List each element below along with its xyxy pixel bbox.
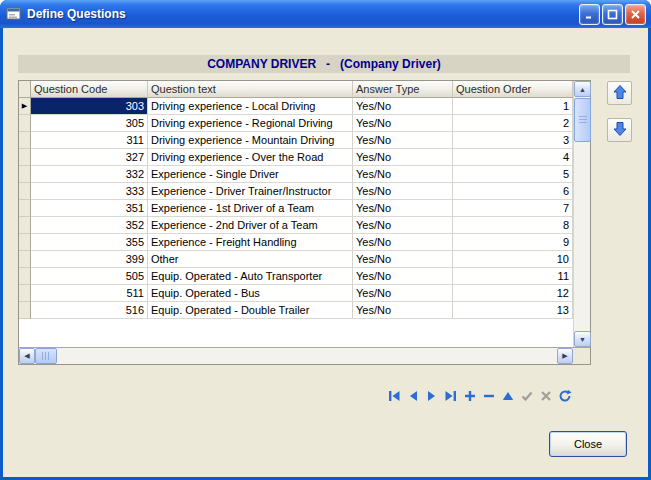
cell-question-text[interactable]: Experience - Driver Trainer/Instructor: [148, 183, 353, 200]
horizontal-scrollbar[interactable]: ◀ ▶: [19, 348, 573, 364]
cell-answer-type[interactable]: Yes/No: [353, 302, 453, 319]
cell-question-code[interactable]: 311: [31, 132, 148, 149]
col-question-code[interactable]: Question Code: [31, 81, 148, 98]
cell-question-code[interactable]: 351: [31, 200, 148, 217]
delete-record-button[interactable]: [479, 386, 498, 405]
table-row[interactable]: 511 Equip. Operated - Bus Yes/No 12: [19, 285, 573, 302]
table-row[interactable]: 333 Experience - Driver Trainer/Instruct…: [19, 183, 573, 200]
cell-question-code[interactable]: 333: [31, 183, 148, 200]
cell-question-code[interactable]: 327: [31, 149, 148, 166]
cell-question-code[interactable]: 505: [31, 268, 148, 285]
cell-question-code[interactable]: 303: [31, 98, 148, 115]
move-up-button[interactable]: [607, 81, 632, 105]
table-row[interactable]: 327 Driving experience - Over the Road Y…: [19, 149, 573, 166]
cell-answer-type[interactable]: Yes/No: [353, 115, 453, 132]
cell-question-order[interactable]: 12: [453, 285, 573, 302]
last-record-button[interactable]: [441, 386, 460, 405]
cell-question-code[interactable]: 511: [31, 285, 148, 302]
cell-question-text[interactable]: Experience - Single Driver: [148, 166, 353, 183]
row-marker: [19, 115, 31, 132]
vertical-scrollbar[interactable]: ▲ ▼: [573, 81, 590, 347]
vertical-scroll-thumb[interactable]: [574, 98, 591, 142]
prior-record-button[interactable]: [403, 386, 422, 405]
cell-question-order[interactable]: 2: [453, 115, 573, 132]
cell-question-code[interactable]: 352: [31, 217, 148, 234]
cell-answer-type[interactable]: Yes/No: [353, 98, 453, 115]
cell-question-text[interactable]: Driving experience - Over the Road: [148, 149, 353, 166]
insert-record-button[interactable]: [460, 386, 479, 405]
grid-body: ▶ 303 Driving experience - Local Driving…: [19, 98, 573, 319]
cell-question-text[interactable]: Driving experience - Mountain Driving: [148, 132, 353, 149]
scroll-left-icon[interactable]: ◀: [19, 348, 35, 364]
table-row[interactable]: 311 Driving experience - Mountain Drivin…: [19, 132, 573, 149]
cell-question-text[interactable]: Other: [148, 251, 353, 268]
cell-question-order[interactable]: 13: [453, 302, 573, 319]
vertical-scroll-track[interactable]: [574, 97, 590, 331]
cell-answer-type[interactable]: Yes/No: [353, 234, 453, 251]
table-row[interactable]: 516 Equip. Operated - Double Trailer Yes…: [19, 302, 573, 319]
table-row[interactable]: 305 Driving experience - Regional Drivin…: [19, 115, 573, 132]
edit-record-button[interactable]: [498, 386, 517, 405]
refresh-button[interactable]: [555, 386, 574, 405]
cell-question-text[interactable]: Driving experience - Local Driving: [148, 98, 353, 115]
first-record-button[interactable]: [384, 386, 403, 405]
cell-question-text[interactable]: Equip. Operated - Bus: [148, 285, 353, 302]
row-marker: [19, 149, 31, 166]
cell-question-text[interactable]: Experience - 2nd Driver of a Team: [148, 217, 353, 234]
close-window-button[interactable]: [625, 4, 646, 25]
cell-answer-type[interactable]: Yes/No: [353, 268, 453, 285]
cell-answer-type[interactable]: Yes/No: [353, 149, 453, 166]
table-row[interactable]: 505 Equip. Operated - Auto Transporter Y…: [19, 268, 573, 285]
cell-question-order[interactable]: 11: [453, 268, 573, 285]
table-row[interactable]: 399 Other Yes/No 10: [19, 251, 573, 268]
cell-question-text[interactable]: Equip. Operated - Double Trailer: [148, 302, 353, 319]
scroll-up-icon[interactable]: ▲: [574, 81, 591, 97]
cell-question-text[interactable]: Experience - 1st Driver of a Team: [148, 200, 353, 217]
cell-answer-type[interactable]: Yes/No: [353, 132, 453, 149]
cell-question-order[interactable]: 8: [453, 217, 573, 234]
col-question-order[interactable]: Question Order: [453, 81, 573, 98]
table-row[interactable]: ▶ 303 Driving experience - Local Driving…: [19, 98, 573, 115]
cell-question-order[interactable]: 1: [453, 98, 573, 115]
cell-answer-type[interactable]: Yes/No: [353, 285, 453, 302]
cell-question-order[interactable]: 4: [453, 149, 573, 166]
col-question-text[interactable]: Question text: [148, 81, 353, 98]
cell-question-order[interactable]: 10: [453, 251, 573, 268]
cell-question-code[interactable]: 355: [31, 234, 148, 251]
cell-answer-type[interactable]: Yes/No: [353, 183, 453, 200]
cell-question-order[interactable]: 3: [453, 132, 573, 149]
next-record-button[interactable]: [422, 386, 441, 405]
minimize-button[interactable]: [579, 4, 600, 25]
cancel-edit-button[interactable]: [536, 386, 555, 405]
table-row[interactable]: 332 Experience - Single Driver Yes/No 5: [19, 166, 573, 183]
horizontal-scroll-thumb[interactable]: [35, 348, 57, 364]
titlebar[interactable]: Define Questions: [0, 0, 651, 28]
cell-question-text[interactable]: Equip. Operated - Auto Transporter: [148, 268, 353, 285]
arrow-up-icon: [612, 84, 628, 103]
cell-question-order[interactable]: 5: [453, 166, 573, 183]
cell-question-code[interactable]: 305: [31, 115, 148, 132]
table-row[interactable]: 351 Experience - 1st Driver of a Team Ye…: [19, 200, 573, 217]
cell-question-order[interactable]: 6: [453, 183, 573, 200]
close-button[interactable]: Close: [549, 431, 627, 457]
maximize-button[interactable]: [602, 4, 623, 25]
table-row[interactable]: 352 Experience - 2nd Driver of a Team Ye…: [19, 217, 573, 234]
cell-question-text[interactable]: Experience - Freight Handling: [148, 234, 353, 251]
cell-answer-type[interactable]: Yes/No: [353, 166, 453, 183]
cell-question-order[interactable]: 9: [453, 234, 573, 251]
col-answer-type[interactable]: Answer Type: [353, 81, 453, 98]
scroll-down-icon[interactable]: ▼: [574, 331, 591, 347]
cell-question-text[interactable]: Driving experience - Regional Driving: [148, 115, 353, 132]
cell-answer-type[interactable]: Yes/No: [353, 251, 453, 268]
cell-question-code[interactable]: 332: [31, 166, 148, 183]
scroll-right-icon[interactable]: ▶: [557, 348, 573, 364]
move-down-button[interactable]: [607, 118, 632, 142]
horizontal-scroll-track[interactable]: [57, 348, 557, 364]
cell-question-order[interactable]: 7: [453, 200, 573, 217]
table-row[interactable]: 355 Experience - Freight Handling Yes/No…: [19, 234, 573, 251]
cell-answer-type[interactable]: Yes/No: [353, 200, 453, 217]
cell-question-code[interactable]: 399: [31, 251, 148, 268]
post-record-button[interactable]: [517, 386, 536, 405]
cell-question-code[interactable]: 516: [31, 302, 148, 319]
cell-answer-type[interactable]: Yes/No: [353, 217, 453, 234]
